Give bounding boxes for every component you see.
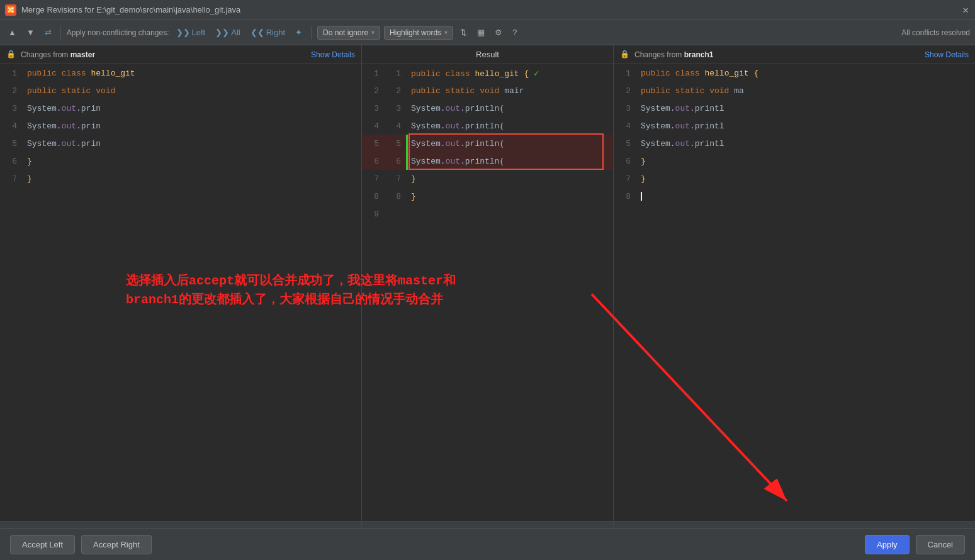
table-row: 2 public static void ma [614, 82, 975, 99]
line-content: System.out.prin [22, 139, 361, 148]
table-row: 6 } [614, 152, 975, 170]
line-number-2: 4 [384, 121, 406, 131]
center-panel[interactable]: 1 1 public class hello_git { ✓ [362, 64, 614, 529]
line-number: 1 [0, 69, 22, 78]
table-row: 8 8 } [362, 188, 613, 205]
line-number: 3 [362, 104, 384, 113]
center-panel-title: Result [476, 50, 499, 59]
line-number: 6 [0, 157, 22, 166]
left-panel-header: 🔒 Changes from master Show Details [0, 45, 362, 64]
line-number: 7 [614, 174, 636, 184]
close-button[interactable]: ✕ [962, 4, 969, 16]
table-row: 4 System.out.prin [0, 117, 361, 135]
filter-icon-button[interactable]: ⇅ [457, 26, 470, 39]
line-content: System.out.println( [406, 104, 613, 113]
line-number: 8 [614, 192, 636, 201]
line-content: public static void [22, 86, 361, 96]
center-scrollbar[interactable] [362, 521, 613, 529]
all-button[interactable]: ❯❯ All [212, 26, 243, 39]
magic-wand-button[interactable]: ✦ [292, 26, 305, 39]
line-number-2: 8 [384, 192, 406, 201]
table-row [0, 188, 361, 205]
highlight-words-dropdown[interactable]: Highlight words ▾ [384, 26, 453, 40]
line-number: 2 [362, 86, 384, 96]
chevron-down-icon-2: ▾ [444, 29, 448, 36]
table-row: 5 System.out.prin [0, 135, 361, 152]
column-icon-button[interactable]: ▦ [474, 26, 488, 39]
line-number: 2 [614, 86, 636, 96]
apply-label: Apply non-conflicting changes: [67, 28, 169, 37]
line-number: 4 [362, 121, 384, 131]
right-code-scroll[interactable]: 1 public class hello_git { 2 [614, 64, 975, 521]
table-row: 8 [614, 188, 975, 205]
line-content: } [406, 174, 613, 184]
line-number: 7 [362, 174, 384, 184]
separator-1 [60, 26, 61, 39]
center-code-scroll[interactable]: 1 1 public class hello_git { ✓ [362, 64, 613, 521]
window-title: Merge Revisions for E:\git_demo\src\main… [21, 5, 240, 14]
line-number-2: 5 [384, 139, 406, 148]
do-not-ignore-dropdown[interactable]: Do not ignore ▾ [317, 26, 380, 40]
table-row: 5 System.out.printl [614, 135, 975, 152]
sync-button[interactable]: ⇄ [42, 26, 55, 39]
do-not-ignore-label: Do not ignore [323, 28, 368, 37]
line-number: 4 [614, 121, 636, 131]
title-bar: 🔀 Merge Revisions for E:\git_demo\src\ma… [0, 0, 975, 20]
left-panel[interactable]: 1 public class hello_git 2 [0, 64, 362, 529]
line-content: } [22, 174, 361, 184]
settings-button[interactable]: ⚙ [492, 26, 505, 39]
right-panel-title: Changes from branch1 [634, 50, 713, 59]
line-number: 2 [0, 86, 22, 96]
line-content: System.out.println( [406, 121, 613, 131]
line-content: } [636, 157, 975, 166]
left-button[interactable]: ❯❯ Left [173, 26, 209, 39]
left-scrollbar[interactable] [0, 521, 361, 529]
toolbar: ▲ ▼ ⇄ Apply non-conflicting changes: ❯❯ … [0, 20, 975, 45]
scroll-up-button[interactable]: ▲ [5, 26, 20, 39]
right-scrollbar[interactable] [614, 521, 975, 529]
left-code-scroll[interactable]: 1 public class hello_git 2 [0, 64, 361, 521]
line-number: 5 [614, 139, 636, 148]
table-row: 3 System.out.printl [614, 99, 975, 117]
help-button[interactable]: ? [509, 26, 520, 39]
line-number: 7 [0, 174, 22, 184]
table-row: 4 4 System.out.println( [362, 117, 613, 135]
table-row: 7 7 } [362, 170, 613, 188]
line-content: System.out.printl [636, 121, 975, 131]
line-content [636, 192, 975, 201]
right-button[interactable]: ❮❮ Right [247, 26, 288, 39]
bottom-bar: Accept Left Accept Right Apply Cancel [0, 529, 975, 560]
left-show-details-link[interactable]: Show Details [311, 50, 355, 59]
panels-header: 🔒 Changes from master Show Details Resul… [0, 45, 975, 64]
line-content: } [22, 157, 361, 166]
table-row: 5 5 System.out.println( [362, 135, 613, 152]
table-row: 6 6 System.out.println( [362, 152, 613, 170]
chevron-down-icon: ▾ [371, 29, 375, 36]
accept-right-button[interactable]: Accept Right [81, 535, 152, 554]
text-cursor [641, 192, 642, 201]
right-show-details-link[interactable]: Show Details [925, 50, 969, 59]
apply-button[interactable]: Apply [865, 535, 910, 554]
table-row: 3 System.out.prin [0, 99, 361, 117]
right-panel-header: 🔒 Changes from branch1 Show Details [614, 45, 975, 64]
table-row: 4 System.out.printl [614, 117, 975, 135]
scroll-down-button[interactable]: ▼ [23, 26, 38, 39]
line-content: System.out.println( [406, 157, 613, 166]
line-content: } [636, 174, 975, 184]
bottom-left-buttons: Accept Left Accept Right [10, 535, 152, 554]
line-content: System.out.prin [22, 104, 361, 113]
line-content: System.out.printl [636, 139, 975, 148]
line-content: System.out.println( [406, 139, 613, 148]
cancel-button[interactable]: Cancel [916, 535, 965, 554]
line-content: } [406, 192, 613, 201]
highlight-words-label: Highlight words [390, 28, 441, 37]
line-number: 6 [614, 157, 636, 166]
line-content: public static void ma [636, 86, 975, 96]
accept-left-button[interactable]: Accept Left [10, 535, 75, 554]
table-row: 1 public class hello_git { [614, 64, 975, 82]
table-row: 6 } [0, 152, 361, 170]
table-row: 2 public static void [0, 82, 361, 99]
line-content: public class hello_git [22, 69, 361, 78]
table-row: 2 2 public static void mair [362, 82, 613, 99]
right-panel[interactable]: 1 public class hello_git { 2 [614, 64, 975, 529]
